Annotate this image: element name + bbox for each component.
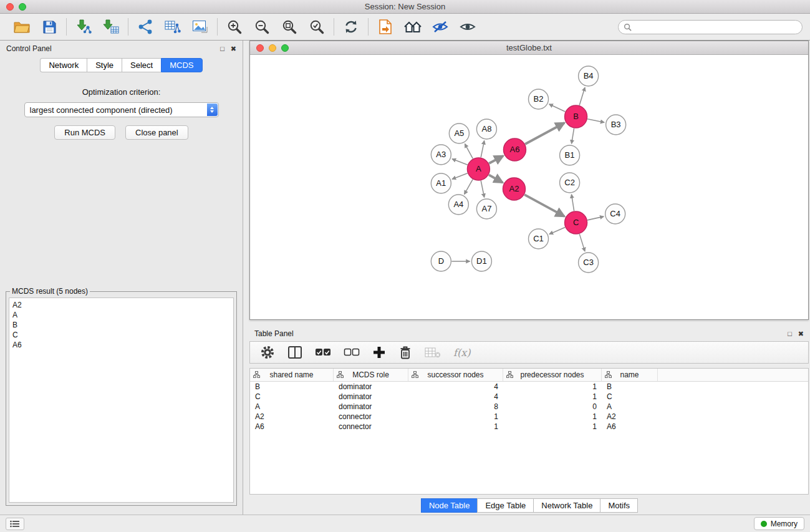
table-tab-network-table[interactable]: Network Table bbox=[533, 498, 600, 513]
graph-edge-A-A5[interactable] bbox=[465, 144, 473, 159]
control-panel-tab-mcds[interactable]: MCDS bbox=[161, 58, 202, 72]
graph-edge-A-A2[interactable] bbox=[489, 175, 503, 182]
zoom-selected-button[interactable] bbox=[307, 17, 326, 36]
network-canvas[interactable]: B4B2BB3A5A8A6B1A3AC2A1A2A4A7C4CC1C3DD1 bbox=[250, 55, 808, 319]
graph-node-A6[interactable]: A6 bbox=[503, 138, 526, 161]
table-cell[interactable]: 4 bbox=[408, 392, 503, 402]
graph-node-A[interactable]: A bbox=[467, 158, 489, 180]
table-cell[interactable]: 1 bbox=[503, 392, 602, 402]
show-columns-button[interactable] bbox=[287, 345, 302, 360]
table-cell[interactable]: A2 bbox=[250, 412, 334, 422]
search-box[interactable] bbox=[618, 20, 803, 34]
table-cell[interactable]: B bbox=[602, 382, 658, 392]
column-header-name[interactable]: name bbox=[602, 369, 658, 381]
zoom-out-button[interactable] bbox=[253, 17, 271, 36]
graph-edge-C-C3[interactable] bbox=[579, 234, 585, 251]
mcds-result-list[interactable]: A2ABCA6 bbox=[9, 297, 234, 503]
network-image-button[interactable] bbox=[191, 17, 210, 36]
close-window-button[interactable] bbox=[6, 3, 14, 11]
graph-node-C[interactable]: C bbox=[565, 211, 587, 234]
graph-edge-B-B4[interactable] bbox=[579, 87, 585, 105]
graph-node-A4[interactable]: A4 bbox=[448, 195, 468, 215]
graph-edge-A-A4[interactable] bbox=[465, 180, 473, 195]
graph-edge-A-A8[interactable] bbox=[481, 141, 484, 158]
table-cell[interactable]: 4 bbox=[408, 382, 503, 392]
table-cell[interactable]: connector bbox=[334, 422, 408, 432]
table-row[interactable]: A2connector11A2 bbox=[250, 412, 808, 422]
control-panel-tab-select[interactable]: Select bbox=[122, 58, 161, 72]
table-cell[interactable]: 1 bbox=[408, 422, 503, 432]
float-panel-icon[interactable]: □ bbox=[220, 46, 224, 52]
table-row[interactable]: Adominator80A bbox=[250, 402, 808, 412]
table-cell[interactable]: dominator bbox=[334, 402, 408, 412]
table-settings-button[interactable] bbox=[260, 345, 275, 360]
column-header-successor-nodes[interactable]: successor nodes bbox=[408, 369, 503, 381]
add-row-button[interactable] bbox=[372, 346, 386, 359]
table-cell[interactable]: dominator bbox=[334, 382, 408, 392]
column-header-shared-name[interactable]: shared name bbox=[250, 369, 334, 381]
graph-node-A5[interactable]: A5 bbox=[449, 123, 469, 143]
graph-node-A8[interactable]: A8 bbox=[476, 119, 496, 139]
import-table-button[interactable] bbox=[102, 17, 120, 36]
graph-edge-A-A1[interactable] bbox=[452, 173, 468, 179]
mcds-result-item[interactable]: A2 bbox=[12, 300, 230, 310]
close-table-panel-icon[interactable]: ✖ bbox=[798, 331, 804, 337]
graph-edge-C-C1[interactable] bbox=[549, 228, 565, 235]
column-header-MCDS-role[interactable]: MCDS role bbox=[334, 369, 408, 381]
graph-node-B1[interactable]: B1 bbox=[560, 145, 580, 165]
show-details-button[interactable] bbox=[458, 17, 477, 36]
table-cell[interactable]: A bbox=[602, 402, 658, 412]
function-builder-button[interactable]: f(x) bbox=[453, 347, 470, 359]
graph-node-C3[interactable]: C3 bbox=[579, 253, 599, 273]
graph-node-C2[interactable]: C2 bbox=[560, 173, 580, 193]
table-cell[interactable]: connector bbox=[334, 412, 408, 422]
search-input[interactable] bbox=[635, 22, 797, 31]
table-body[interactable]: Bdominator41BCdominator41CAdominator80AA… bbox=[250, 382, 808, 494]
table-cell[interactable]: C bbox=[602, 392, 658, 402]
titlebar[interactable]: Session: New Session bbox=[0, 0, 810, 14]
zoom-window-button[interactable] bbox=[19, 3, 26, 11]
graph-node-B2[interactable]: B2 bbox=[528, 89, 548, 109]
delete-table-button[interactable] bbox=[425, 346, 441, 359]
table-cell[interactable]: 1 bbox=[503, 382, 602, 392]
table-cell[interactable]: 0 bbox=[503, 402, 602, 412]
table-row[interactable]: Cdominator41C bbox=[250, 392, 808, 402]
memory-button[interactable]: Memory bbox=[754, 517, 804, 530]
table-cell[interactable]: 1 bbox=[408, 412, 503, 422]
select-all-button[interactable] bbox=[315, 348, 331, 357]
save-session-button[interactable] bbox=[40, 17, 59, 36]
zoom-fit-button[interactable] bbox=[280, 17, 299, 36]
mcds-result-item[interactable]: A6 bbox=[12, 340, 230, 350]
delete-row-button[interactable] bbox=[398, 346, 412, 360]
network-table-button[interactable] bbox=[163, 17, 182, 36]
mcds-result-item[interactable]: B bbox=[12, 320, 230, 330]
float-table-panel-icon[interactable]: □ bbox=[788, 331, 792, 337]
table-row[interactable]: A6connector11A6 bbox=[250, 422, 808, 432]
table-tab-motifs[interactable]: Motifs bbox=[600, 498, 638, 513]
table-cell[interactable]: 1 bbox=[503, 412, 602, 422]
mcds-result-item[interactable]: C bbox=[12, 330, 230, 340]
graph-node-A1[interactable]: A1 bbox=[431, 173, 451, 193]
network-minimize-button[interactable] bbox=[269, 44, 276, 52]
table-row[interactable]: Bdominator41B bbox=[250, 382, 808, 392]
optimization-criterion-dropdown[interactable]: largest connected component (directed) bbox=[24, 102, 219, 117]
table-cell[interactable]: dominator bbox=[334, 392, 408, 402]
graph-node-D[interactable]: D bbox=[431, 251, 451, 271]
task-history-button[interactable] bbox=[6, 518, 24, 530]
graph-edge-C-C4[interactable] bbox=[587, 216, 604, 220]
graph-edge-B-B1[interactable] bbox=[572, 128, 574, 143]
graph-node-C1[interactable]: C1 bbox=[528, 229, 548, 249]
table-cell[interactable]: A2 bbox=[602, 412, 658, 422]
graph-edge-C-C2[interactable] bbox=[572, 195, 574, 211]
network-zoom-button[interactable] bbox=[281, 44, 289, 52]
network-graph[interactable]: B4B2BB3A5A8A6B1A3AC2A1A2A4A7C4CC1C3DD1 bbox=[250, 55, 808, 319]
graph-edge-A-A7[interactable] bbox=[481, 181, 484, 198]
table-cell[interactable]: C bbox=[250, 392, 334, 402]
close-panel-button[interactable]: Close panel bbox=[125, 125, 188, 140]
graph-node-D1[interactable]: D1 bbox=[471, 251, 491, 271]
network-close-button[interactable] bbox=[256, 44, 264, 52]
open-session-button[interactable] bbox=[12, 17, 31, 36]
hide-details-button[interactable] bbox=[431, 17, 450, 36]
graph-node-A2[interactable]: A2 bbox=[503, 178, 525, 200]
graph-node-B4[interactable]: B4 bbox=[579, 66, 599, 86]
